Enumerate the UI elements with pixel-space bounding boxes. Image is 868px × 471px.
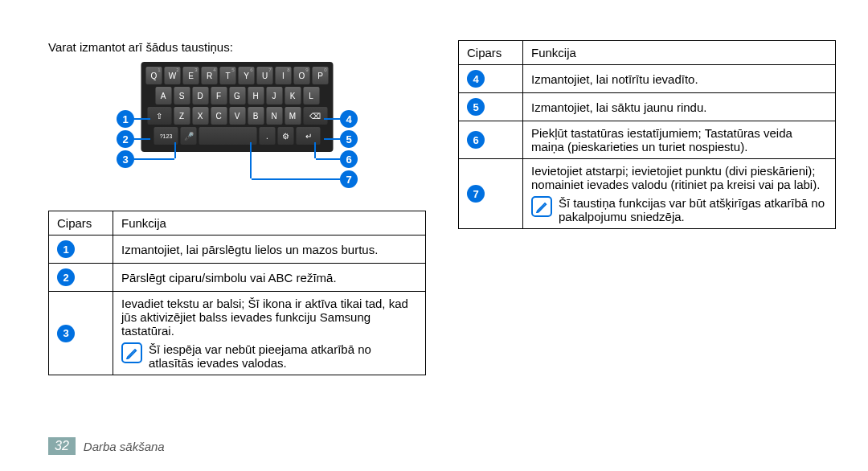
row-num: 6 [467, 131, 485, 149]
key: H [248, 87, 264, 104]
key: L [303, 87, 319, 104]
row-num: 5 [467, 98, 485, 116]
key-shift: ⇧ [147, 107, 171, 125]
th-funkcija: Funkcija [113, 211, 426, 236]
key: S [174, 87, 190, 104]
key: Z [174, 107, 190, 125]
intro-text: Varat izmantot arī šādus taustiņus: [48, 40, 426, 54]
key: F [211, 87, 227, 104]
key: W2 [165, 67, 181, 84]
key-mic: 🎤 [181, 127, 197, 145]
key-delete: ⌫ [303, 107, 327, 125]
row-text: Piekļūt tastatūras iestatījumiem; Tastat… [523, 121, 836, 159]
callout-3: 3 [117, 150, 134, 168]
key-gear: ⚙ [278, 127, 294, 145]
row-num: 7 [467, 185, 485, 203]
keyboard: Q1W2E3R4T5Y6U7I8O9P0 ASDFGHJKL ⇧ ZXCVBNM… [141, 62, 334, 152]
key: E3 [183, 67, 199, 84]
key: C [211, 107, 227, 125]
key: X [192, 107, 208, 125]
key: N [266, 107, 282, 125]
key-space [199, 127, 257, 145]
left-function-table: Cipars Funkcija 1 Izmantojiet, lai pārsl… [48, 211, 426, 375]
key: O9 [294, 67, 310, 84]
callout-7: 7 [340, 170, 358, 188]
callout-4: 4 [340, 110, 358, 128]
key: G [229, 87, 245, 104]
key-dot: . [260, 127, 276, 145]
callout-1: 1 [117, 110, 134, 128]
key: R4 [202, 67, 218, 84]
page-content: Varat izmantot arī šādus taustiņus: Q1W2… [0, 0, 868, 391]
row-num: 2 [57, 268, 75, 286]
key: I8 [276, 67, 292, 84]
key: K [285, 87, 301, 104]
note-icon [531, 196, 552, 217]
section-title: Darba sākšana [84, 440, 165, 453]
right-function-table: Cipars Funkcija 4 Izmantojiet, lai notīr… [458, 40, 836, 229]
left-column: Varat izmantot arī šādus taustiņus: Q1W2… [48, 40, 426, 375]
row-num: 4 [467, 70, 485, 88]
key: B [248, 107, 264, 125]
key: U7 [257, 67, 273, 84]
page-footer: 32 Darba sākšana [48, 437, 165, 455]
keyboard-illustration: Q1W2E3R4T5Y6U7I8O9P0 ASDFGHJKL ⇧ ZXCVBNM… [48, 62, 426, 199]
callout-6: 6 [340, 150, 358, 168]
note: Šī taustiņa funkcijas var būt atšķirīgas… [531, 196, 827, 223]
row-text: Pārslēgt ciparu/simbolu vai ABC režīmā. [113, 264, 426, 292]
note: Šī iespēja var nebūt pieejama atkarībā n… [121, 342, 417, 370]
callout-5: 5 [340, 130, 358, 148]
key: A [155, 87, 171, 104]
callout-2: 2 [117, 130, 134, 148]
key: D [192, 87, 208, 104]
row-text: Izmantojiet, lai notīrītu ievadīto. [523, 65, 836, 93]
page-number: 32 [48, 437, 76, 455]
key: P0 [313, 67, 329, 84]
key-enter: ↵ [297, 127, 321, 145]
row-text: Ievadiet tekstu ar balsi; Šī ikona ir ak… [113, 292, 426, 375]
row-num: 3 [57, 325, 75, 342]
key: Y6 [239, 67, 255, 84]
key: V [229, 107, 245, 125]
note-icon [121, 342, 142, 363]
right-column: Cipars Funkcija 4 Izmantojiet, lai notīr… [458, 40, 836, 375]
key: M [285, 107, 301, 125]
th-funkcija: Funkcija [523, 41, 836, 65]
row-text: Izmantojiet, lai sāktu jaunu rindu. [523, 93, 836, 121]
th-cipars: Cipars [459, 41, 523, 65]
th-cipars: Cipars [49, 211, 113, 236]
key: J [266, 87, 282, 104]
row-text: Ievietojiet atstarpi; ievietojiet punktu… [523, 159, 836, 229]
row-num: 1 [57, 240, 75, 258]
row-text: Izmantojiet, lai pārslēgtu lielos un maz… [113, 236, 426, 264]
key: Q1 [146, 67, 162, 84]
key: T5 [220, 67, 236, 84]
